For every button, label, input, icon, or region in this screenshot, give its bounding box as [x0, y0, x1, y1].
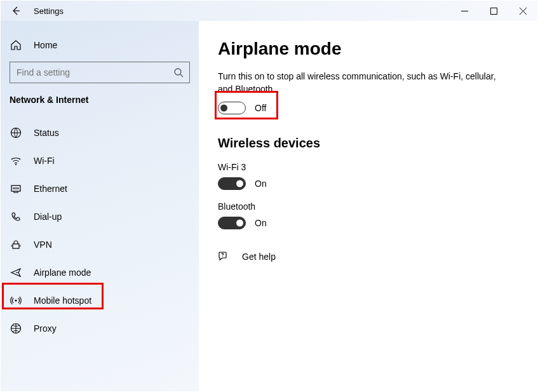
svg-point-6 [15, 299, 17, 301]
get-help-label: Get help [242, 252, 276, 262]
close-icon [520, 8, 527, 15]
page-description: Turn this on to stop all wireless commun… [218, 71, 497, 95]
sidebar-item-label: Status [34, 128, 59, 138]
content-pane: Airplane mode Turn this on to stop all w… [199, 21, 537, 391]
sidebar-item-ethernet[interactable]: Ethernet [1, 175, 199, 203]
svg-point-3 [15, 164, 17, 165]
wifi-toggle[interactable] [218, 177, 246, 190]
hotspot-icon [10, 294, 22, 307]
sidebar-item-label: Wi-Fi [34, 156, 55, 166]
close-button[interactable] [508, 1, 537, 21]
window-title: Settings [31, 6, 64, 16]
sidebar-item-proxy[interactable]: Proxy [1, 314, 199, 342]
dialup-icon [10, 210, 22, 223]
airplane-mode-toggle[interactable] [218, 102, 246, 114]
maximize-button[interactable] [479, 1, 508, 21]
wireless-devices-heading: Wireless devices [218, 136, 518, 151]
sidebar-item-wifi[interactable]: Wi-Fi [1, 147, 199, 175]
status-icon [10, 126, 22, 139]
svg-point-1 [175, 69, 181, 75]
wifi-device-label: Wi-Fi 3 [218, 162, 518, 172]
wifi-icon [10, 154, 22, 167]
wifi-state: On [255, 179, 267, 189]
sidebar-item-label: Dial-up [34, 212, 62, 222]
sidebar-item-label: VPN [34, 240, 52, 250]
airplane-mode-state: Off [255, 103, 266, 113]
bluetooth-state: On [255, 218, 267, 228]
svg-rect-5 [13, 244, 19, 248]
sidebar-item-label: Mobile hotspot [34, 295, 91, 306]
bluetooth-toggle[interactable] [218, 217, 246, 229]
page-title: Airplane mode [218, 39, 518, 59]
help-icon [218, 251, 229, 262]
sidebar-item-vpn[interactable]: VPN [1, 231, 199, 259]
airplane-toggle-block: Off [218, 102, 518, 114]
sidebar-item-mobile-hotspot[interactable]: Mobile hotspot [1, 287, 199, 314]
wifi-toggle-block: Wi-Fi 3 On [218, 162, 518, 190]
back-button[interactable] [1, 1, 31, 21]
back-arrow-icon [11, 6, 21, 16]
proxy-icon [10, 322, 22, 335]
sidebar-item-status[interactable]: Status [1, 119, 199, 147]
sidebar: Home Network & Internet Status [1, 21, 199, 391]
sidebar-item-label: Proxy [34, 323, 57, 334]
svg-point-8 [222, 256, 223, 257]
home-icon [10, 39, 22, 51]
bluetooth-toggle-block: Bluetooth On [218, 201, 518, 229]
search-wrap [10, 62, 190, 83]
sidebar-item-label: Airplane mode [34, 267, 91, 278]
vpn-icon [10, 238, 22, 251]
search-icon [173, 67, 184, 78]
svg-rect-0 [490, 8, 497, 14]
titlebar: Settings [1, 1, 537, 21]
sidebar-item-airplane-mode[interactable]: Airplane mode [1, 259, 199, 287]
get-help-link[interactable]: Get help [218, 251, 518, 262]
minimize-icon [461, 8, 468, 15]
search-input[interactable] [10, 62, 190, 83]
sidebar-section-heading: Network & Internet [1, 95, 199, 119]
sidebar-item-label: Ethernet [34, 184, 67, 194]
bluetooth-device-label: Bluetooth [218, 201, 518, 212]
airplane-icon [10, 266, 22, 279]
sidebar-home-label: Home [34, 40, 57, 50]
sidebar-item-dialup[interactable]: Dial-up [1, 203, 199, 231]
ethernet-icon [10, 182, 22, 195]
sidebar-nav-list: Status Wi-Fi Ethernet [1, 119, 199, 342]
minimize-button[interactable] [450, 1, 479, 21]
sidebar-home[interactable]: Home [1, 34, 199, 57]
maximize-icon [490, 8, 497, 15]
